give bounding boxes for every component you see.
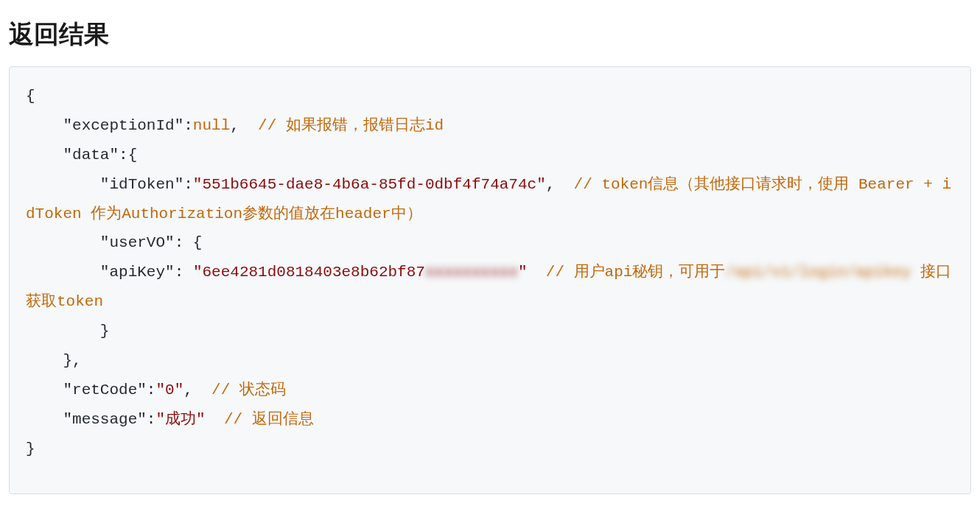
comma: ,	[230, 117, 239, 134]
json-string-retCode: "0"	[155, 382, 183, 398]
json-null: null	[193, 117, 230, 134]
comma: ,	[183, 382, 193, 398]
brace: : {	[175, 234, 203, 251]
section-heading: 返回结果	[9, 18, 971, 52]
brace-close: }	[100, 323, 110, 340]
json-string-apiKey-redacted: xxxxxxxxxx	[425, 264, 518, 281]
json-string-idToken: "551b6645-dae8-4b6a-85fd-0dbf4f74a74c"	[193, 176, 546, 193]
json-key-idToken: "idToken"	[100, 176, 183, 193]
comment-message: // 返回信息	[224, 411, 314, 428]
brace-close: }	[26, 440, 35, 457]
colon: :	[183, 176, 193, 193]
json-key-data: "data"	[63, 147, 119, 164]
json-string-message: "成功"	[155, 411, 205, 428]
colon: :	[147, 411, 156, 428]
brace: :{	[119, 147, 137, 164]
colon: :	[175, 264, 193, 281]
comma: ,	[546, 176, 556, 193]
comment-retCode: // 状态码	[211, 382, 286, 398]
page-root: 返回结果 { "exceptionId":null, // 如果报错，报错日志i…	[0, 0, 980, 494]
brace-open: {	[26, 88, 35, 105]
response-code-block: { "exceptionId":null, // 如果报错，报错日志id "da…	[9, 66, 971, 494]
comment-apiKey-part1: // 用户api秘钥，可用于	[546, 264, 726, 281]
json-key-apiKey: "apiKey"	[100, 264, 175, 281]
json-string-apiKey-visible: "6ee4281d0818403e8b62bf87	[193, 264, 425, 281]
json-string-close-quote: "	[518, 264, 528, 281]
comment-apiKey-redacted-path: /api/v1/login/apikey	[725, 264, 911, 281]
brace-close: },	[63, 352, 81, 369]
json-key-exceptionId: "exceptionId"	[63, 117, 183, 134]
json-key-message: "message"	[63, 411, 146, 428]
comment-exceptionId: // 如果报错，报错日志id	[258, 117, 444, 134]
json-key-userVO: "userVO"	[100, 234, 175, 251]
colon: :	[147, 382, 156, 398]
colon: :	[183, 117, 193, 134]
json-key-retCode: "retCode"	[63, 382, 146, 398]
